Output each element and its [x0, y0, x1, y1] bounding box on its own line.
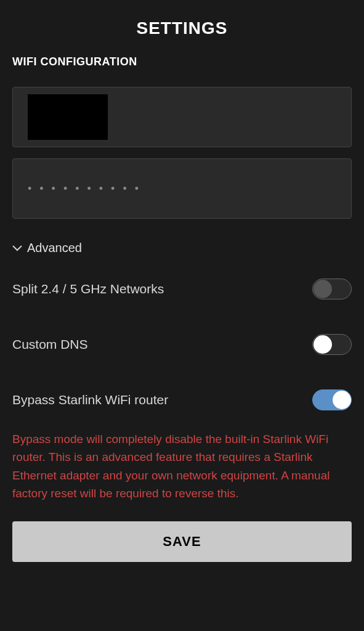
bypass-router-label: Bypass Starlink WiFi router: [12, 393, 168, 407]
bypass-warning-text: Bypass mode will completely disable the …: [12, 428, 352, 515]
bypass-router-row: Bypass Starlink WiFi router: [12, 372, 352, 428]
split-networks-label: Split 2.4 / 5 GHz Networks: [12, 282, 164, 296]
advanced-label: Advanced: [27, 241, 82, 255]
toggle-knob: [313, 280, 332, 298]
bypass-router-toggle[interactable]: [312, 389, 352, 410]
network-name-input[interactable]: [12, 87, 352, 147]
toggle-knob: [333, 391, 351, 409]
page-title: SETTINGS: [12, 0, 352, 55]
password-dots: • • • • • • • • • •: [28, 182, 141, 195]
section-wifi-header: WIFI CONFIGURATION: [12, 55, 352, 68]
save-button[interactable]: SAVE: [12, 521, 352, 562]
custom-dns-toggle[interactable]: [312, 334, 352, 355]
split-networks-toggle[interactable]: [312, 279, 352, 299]
split-networks-row: Split 2.4 / 5 GHz Networks: [12, 261, 352, 317]
custom-dns-label: Custom DNS: [12, 337, 88, 352]
chevron-down-icon: [12, 243, 22, 253]
toggle-knob: [313, 335, 332, 354]
custom-dns-row: Custom DNS: [12, 317, 352, 372]
advanced-toggle[interactable]: Advanced: [12, 230, 352, 261]
redacted-value: [28, 94, 108, 140]
password-input[interactable]: • • • • • • • • • •: [12, 158, 352, 219]
